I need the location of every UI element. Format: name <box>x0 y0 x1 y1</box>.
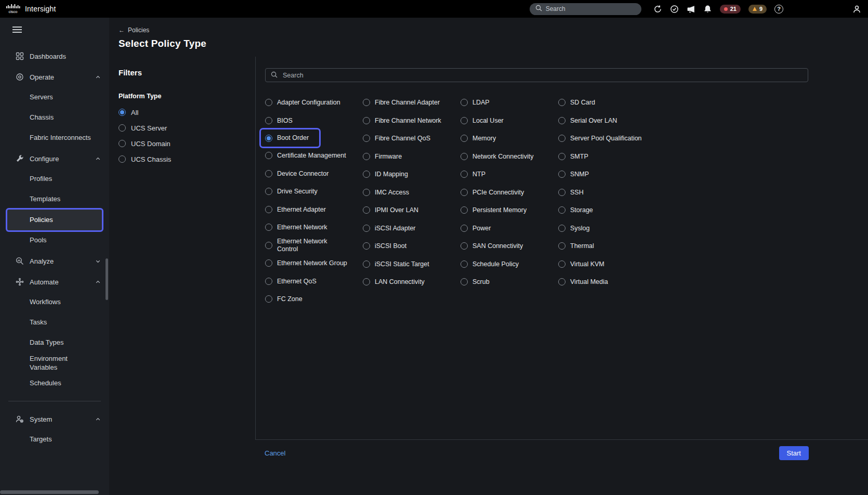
policy-option-id-mapping[interactable]: ID Mapping <box>363 165 461 184</box>
sidebar-item-profiles[interactable]: Profiles <box>0 169 109 189</box>
sidebar-item-schedules[interactable]: Schedules <box>0 373 109 394</box>
policy-option-virtual-media[interactable]: Virtual Media <box>558 273 656 291</box>
sidebar-item-policies[interactable]: Policies <box>7 210 102 230</box>
sidebar-item-servers[interactable]: Servers <box>0 87 109 108</box>
back-link[interactable]: ← Policies <box>119 27 149 34</box>
policy-option-device-connector[interactable]: Device Connector <box>265 165 363 183</box>
radio-unselected-icon <box>558 278 565 285</box>
sidebar-item-tasks[interactable]: Tasks <box>0 312 109 333</box>
radio-unselected-icon <box>265 295 272 303</box>
policy-option-iscsi-boot[interactable]: iSCSI Boot <box>363 237 461 255</box>
sidebar-item-chassis[interactable]: Chassis <box>0 108 109 128</box>
policy-option-label: LDAP <box>472 99 490 106</box>
policy-option-firmware[interactable]: Firmware <box>363 148 461 166</box>
start-button[interactable]: Start <box>779 446 809 460</box>
policy-option-ethernet-network-control[interactable]: Ethernet Network Control <box>265 237 363 255</box>
global-search[interactable]: Search <box>530 3 641 15</box>
health-check-icon[interactable] <box>670 5 679 14</box>
policy-option-smtp[interactable]: SMTP <box>558 148 656 166</box>
cancel-button[interactable]: Cancel <box>265 449 285 457</box>
platform-type-option-ucs-chassis[interactable]: UCS Chassis <box>119 151 255 167</box>
policy-option-persistent-memory[interactable]: Persistent Memory <box>461 201 558 219</box>
notifications-bell-icon[interactable] <box>703 5 712 14</box>
policy-option-iscsi-static-target[interactable]: iSCSI Static Target <box>363 255 461 273</box>
radio-unselected-icon <box>363 278 370 285</box>
warning-alerts-badge[interactable]: 9 <box>748 5 767 14</box>
chevron-up-icon <box>95 279 101 285</box>
policy-option-ntp[interactable]: NTP <box>461 165 558 184</box>
policy-option-power[interactable]: Power <box>461 219 558 238</box>
menu-toggle-icon[interactable] <box>12 26 22 33</box>
policy-option-local-user[interactable]: Local User <box>461 112 558 130</box>
sidebar-vertical-scrollbar[interactable] <box>106 258 108 300</box>
policy-option-san-connectivity[interactable]: SAN Connectivity <box>461 237 558 255</box>
policy-option-certificate-management[interactable]: Certificate Management <box>265 147 363 165</box>
platform-type-options: AllUCS ServerUCS DomainUCS Chassis <box>119 105 255 167</box>
policy-option-ethernet-network-group[interactable]: Ethernet Network Group <box>265 254 363 272</box>
policy-option-fc-zone[interactable]: FC Zone <box>265 290 363 308</box>
policy-option-fibre-channel-adapter[interactable]: Fibre Channel Adapter <box>363 94 461 112</box>
policy-option-pcie-connectivity[interactable]: PCIe Connectivity <box>461 184 558 202</box>
policy-option-sd-card[interactable]: SD Card <box>558 94 656 112</box>
policy-option-ethernet-qos[interactable]: Ethernet QoS <box>265 272 363 291</box>
policy-option-label: ID Mapping <box>375 171 408 178</box>
policy-option-snmp[interactable]: SNMP <box>558 165 656 184</box>
policy-option-thermal[interactable]: Thermal <box>558 237 656 255</box>
critical-alerts-badge[interactable]: 21 <box>720 5 741 14</box>
policy-option-iscsi-adapter[interactable]: iSCSI Adapter <box>363 219 461 238</box>
policy-option-ldap[interactable]: LDAP <box>461 94 558 112</box>
policy-option-fibre-channel-qos[interactable]: Fibre Channel QoS <box>363 129 461 148</box>
sidebar-item-operate[interactable]: Operate <box>0 67 109 87</box>
sidebar-item-environment-variables[interactable]: Environment Variables <box>0 353 109 373</box>
policy-search-input[interactable] <box>282 71 803 80</box>
help-icon[interactable]: ? <box>774 5 783 14</box>
sidebar-item-label: Policies <box>30 216 53 224</box>
policy-option-ipmi-over-lan[interactable]: IPMI Over LAN <box>363 201 461 219</box>
policy-option-imc-access[interactable]: IMC Access <box>363 184 461 202</box>
policy-option-scrub[interactable]: Scrub <box>461 273 558 291</box>
policy-option-adapter-configuration[interactable]: Adapter Configuration <box>265 94 363 112</box>
platform-type-option-ucs-server[interactable]: UCS Server <box>119 120 255 136</box>
policy-option-label: Scrub <box>472 278 490 285</box>
sidebar-item-analyze[interactable]: Analyze <box>0 251 109 271</box>
sidebar-item-dashboards[interactable]: Dashboards <box>0 46 109 67</box>
platform-type-label: Platform Type <box>119 93 255 100</box>
policy-option-memory[interactable]: Memory <box>461 129 558 148</box>
policy-option-schedule-policy[interactable]: Schedule Policy <box>461 255 558 273</box>
announcements-icon[interactable] <box>687 5 695 14</box>
policy-option-label: Network Connectivity <box>472 153 533 160</box>
sidebar-item-configure[interactable]: Configure <box>0 148 109 169</box>
policy-option-drive-security[interactable]: Drive Security <box>265 183 363 201</box>
policy-option-label: SSH <box>570 189 584 196</box>
sidebar-item-targets[interactable]: Targets <box>0 429 109 450</box>
sidebar-item-label: Tasks <box>30 318 47 327</box>
sidebar-item-data-types[interactable]: Data Types <box>0 333 109 353</box>
refresh-icon[interactable] <box>653 5 662 14</box>
sidebar-item-system[interactable]: System <box>0 409 109 429</box>
policy-option-storage[interactable]: Storage <box>558 201 656 219</box>
policy-option-fibre-channel-network[interactable]: Fibre Channel Network <box>363 112 461 130</box>
sidebar-item-fabric-interconnects[interactable]: Fabric Interconnects <box>0 128 109 148</box>
sidebar-item-templates[interactable]: Templates <box>0 189 109 210</box>
policy-search[interactable] <box>265 68 808 82</box>
policy-option-serial-over-lan[interactable]: Serial Over LAN <box>558 112 656 130</box>
policy-option-network-connectivity[interactable]: Network Connectivity <box>461 148 558 166</box>
sidebar-item-pools[interactable]: Pools <box>0 230 109 251</box>
platform-type-option-ucs-domain[interactable]: UCS Domain <box>119 136 255 151</box>
scrollbar-thumb[interactable] <box>0 490 99 494</box>
sidebar-horizontal-scrollbar[interactable] <box>0 490 109 494</box>
policy-option-virtual-kvm[interactable]: Virtual KVM <box>558 255 656 273</box>
policy-option-lan-connectivity[interactable]: LAN Connectivity <box>363 273 461 291</box>
policy-option-ethernet-adapter[interactable]: Ethernet Adapter <box>265 201 363 219</box>
policy-option-bios[interactable]: BIOS <box>265 112 363 130</box>
sidebar-item-automate[interactable]: Automate <box>0 271 109 292</box>
user-profile-icon[interactable] <box>852 5 861 14</box>
policy-option-ssh[interactable]: SSH <box>558 184 656 202</box>
policy-option-boot-order[interactable]: Boot Order <box>261 129 319 147</box>
policy-option-ethernet-network[interactable]: Ethernet Network <box>265 218 363 237</box>
policy-option-server-pool-qualification[interactable]: Server Pool Qualification <box>558 129 656 148</box>
sidebar-item-workflows[interactable]: Workflows <box>0 292 109 312</box>
policy-option-syslog[interactable]: Syslog <box>558 219 656 238</box>
sidebar-item-label: Profiles <box>30 175 52 183</box>
platform-type-option-all[interactable]: All <box>119 105 255 120</box>
